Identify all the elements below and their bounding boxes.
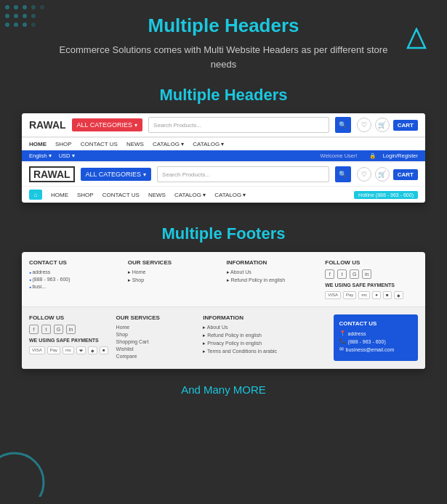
payment-mc: mc (358, 291, 370, 299)
footer-row2-social-icons: f t G in (29, 325, 110, 334)
footer-row2-cart: Shopping Cart (116, 339, 198, 344)
footer-service-home: Home (128, 269, 221, 275)
header2-all-categories-btn[interactable]: ALL CATEGORIES (81, 168, 152, 181)
currency-option[interactable]: USD ▾ (59, 153, 75, 159)
nav-news[interactable]: NEWS (126, 141, 144, 147)
social2-facebook[interactable]: f (29, 325, 39, 334)
footer-col-follow: FOLLOW US f t G in WE USING SAFE PAYMENT… (325, 259, 418, 299)
social-google[interactable]: G (350, 269, 359, 279)
decorative-circle-bottom-left (0, 439, 58, 497)
payment2-other1: ❤ (76, 346, 86, 354)
payment-other1: ● (372, 291, 381, 299)
footer-row2-shop: Shop (116, 332, 198, 337)
social2-twitter[interactable]: t (41, 325, 51, 334)
address-icon: 📍 (339, 330, 346, 336)
footer-row2-follow-title: FOLLOW US (29, 314, 110, 321)
phone-icon: 📞 (339, 338, 346, 344)
wishlist-icon[interactable]: ♡ (357, 118, 371, 132)
footer-row2-wishlist: Wishlist (116, 346, 198, 351)
footer-col-info: INFORMATION About Us Refund Policy in en… (227, 259, 320, 299)
nav2-contact-us[interactable]: CONTACT US (102, 192, 140, 198)
footer-row2-about: About Us (203, 325, 324, 330)
footer-info-about: About Us (227, 269, 320, 275)
header2-wishlist-icon[interactable]: ♡ (357, 167, 371, 182)
social2-google[interactable]: G (54, 325, 63, 334)
cart-btn[interactable]: CART (393, 120, 418, 131)
nav-home[interactable]: HOME (29, 141, 47, 147)
footer-row2-info: INFORMATION About Us Refund Policy in en… (203, 314, 324, 361)
social2-linkedin[interactable]: in (66, 325, 76, 334)
footer-row2-services-title: OUR SERVICES (116, 314, 198, 321)
footer-row2-safe-payments: WE USING SAFE PAYMENTS (29, 338, 110, 343)
header2-cart-btn[interactable]: CART (393, 169, 418, 180)
payment-visa: VISA (325, 291, 341, 299)
footer-contact-title: CONTACT US (29, 259, 122, 266)
headers-main-title: Multiple Headers (22, 15, 425, 37)
header2-cart-icon[interactable]: 🛒 (375, 167, 390, 182)
footer-row2-info-title: INFORMATION (203, 314, 324, 321)
sub-heading-accent: Headers (225, 86, 288, 104)
footer-contact-us-box: CONTACT US 📍 address 📞 (888 - 963 - 600)… (334, 314, 418, 361)
footer-row2-home: Home (116, 325, 198, 330)
footer-row-1: CONTACT US address (888 - 963 - 600) bus… (22, 252, 425, 307)
lang-option[interactable]: English ▾ (29, 153, 52, 159)
footer-row2-col-follow: FOLLOW US f t G in WE USING SAFE PAYMENT… (29, 314, 110, 361)
header2-search-bar[interactable]: Search Products... (157, 166, 329, 182)
nav2-catalog1[interactable]: CATALOG ▾ (174, 192, 206, 198)
contact-us-address: 📍 address (339, 330, 412, 336)
footer-service-shop: Shop (128, 277, 221, 283)
nav-shop[interactable]: SHOP (55, 141, 72, 147)
footer-email: busi... (29, 284, 122, 289)
header1-logo: RAWAL (29, 119, 66, 131)
social-twitter[interactable]: t (337, 269, 347, 279)
footers-sub-accent: Footers (227, 224, 286, 243)
footer-row2-terms: Terms and Conditions in arabic (203, 349, 324, 354)
header1-search-bar[interactable]: Search Products... (148, 117, 329, 133)
footer-col-services: OUR SERVICES Home Shop (128, 259, 221, 299)
main-content: Multiple Headers Ecommerce Solutions com… (0, 0, 447, 418)
nav2-catalog2[interactable]: CATALOG ▾ (214, 192, 246, 198)
nav2-shop[interactable]: SHOP (77, 192, 94, 198)
lang-bar: English ▾ USD ▾ Welcome User! 🔒 Login/Re… (22, 150, 425, 161)
nav-catalog2[interactable]: CATALOG ▾ (193, 141, 224, 147)
footer-row2-refund: Refund Policy in english (203, 333, 324, 338)
nav-catalog1[interactable]: CATALOG ▾ (153, 141, 184, 147)
email-icon: ✉ (339, 346, 344, 352)
lock-icon: 🔒 (369, 153, 376, 159)
headers-description: Ecommerce Solutions comes with Multi Web… (49, 43, 398, 71)
header2-top-bar: RAWAL ALL CATEGORIES Search Products... … (22, 163, 425, 186)
safe-payments-row2: WE USING SAFE PAYMENTS VISA Pay mc ❤ ◆ ■ (29, 338, 110, 354)
header2-nav-bar: ⌂ HOME SHOP CONTACT US NEWS CATALOG ▾ CA… (22, 186, 425, 203)
footer-info-refund: Refund Policy in english (227, 277, 320, 283)
header2-search-btn[interactable]: 🔍 (335, 166, 351, 182)
footer-social-icons: f t G in (325, 269, 418, 279)
cart-icon[interactable]: 🛒 (375, 118, 390, 132)
social-linkedin[interactable]: in (362, 269, 371, 279)
welcome-text: Welcome User! (321, 153, 358, 159)
nav-contact-us[interactable]: CONTACT US (81, 141, 118, 147)
footer-col-contact-us: CONTACT US address (888 - 963 - 600) bus… (29, 259, 122, 299)
footer-row2-compare: Compare (116, 354, 198, 359)
payment-other3: ◆ (394, 291, 403, 299)
footers-sub-plain: Multiple (162, 224, 222, 243)
all-categories-btn[interactable]: ALL CATEGORIES (72, 118, 143, 131)
footer-row2-privacy: Privacy Policy in english (203, 341, 324, 346)
header-preview-box: RAWAL ALL CATEGORIES Search Products... … (22, 113, 425, 203)
payment-logos: VISA Pay mc ● ■ ◆ (325, 291, 418, 299)
nav2-news[interactable]: NEWS (148, 192, 166, 198)
nav2-home[interactable]: HOME (51, 192, 68, 198)
home-icon-btn[interactable]: ⌂ (29, 190, 42, 200)
header1-nav-bar: HOME SHOP CONTACT US NEWS CATALOG ▾ CATA… (22, 137, 425, 150)
headers-section-heading: Multiple Headers Ecommerce Solutions com… (22, 15, 425, 71)
header2-logo: RAWAL (29, 166, 75, 182)
header1-search-btn[interactable]: 🔍 (335, 117, 351, 133)
social-facebook[interactable]: f (325, 269, 334, 279)
footer-safe-payments: WE USING SAFE PAYMENTS (325, 283, 418, 288)
sub-heading-plain: Multiple (159, 86, 220, 104)
payment-logos-row2: VISA Pay mc ❤ ◆ ■ (29, 346, 110, 354)
footer-row2-services: OUR SERVICES Home Shop Shopping Cart Wis… (116, 314, 198, 361)
footer-preview-box: CONTACT US address (888 - 963 - 600) bus… (22, 252, 425, 369)
payment2-visa: VISA (29, 346, 45, 354)
payment2-other2: ◆ (88, 346, 97, 354)
login-register-link[interactable]: Login/Register (383, 153, 418, 159)
